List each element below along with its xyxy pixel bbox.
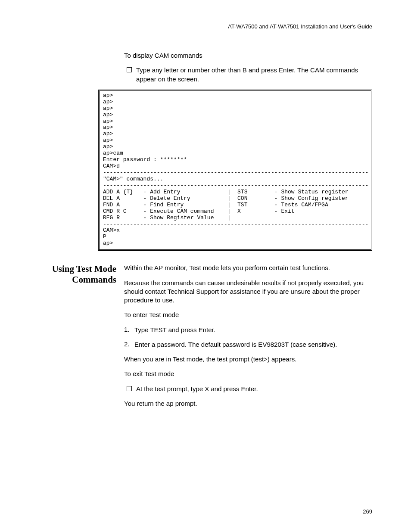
section-test-mode: Using Test Mode Commands Within the AP m… bbox=[39, 264, 372, 414]
side-body: Within the AP monitor, Test mode lets yo… bbox=[124, 264, 372, 414]
page-number: 269 bbox=[363, 508, 372, 515]
paragraph: When you are in Test mode, the test prom… bbox=[124, 355, 372, 364]
bullet-text: Type any letter or number other than B a… bbox=[136, 66, 372, 84]
step-text: Enter a password. The default password i… bbox=[134, 340, 337, 349]
running-head: AT-WA7500 and AT-WA7501 Installation and… bbox=[39, 23, 372, 30]
paragraph: Within the AP monitor, Test mode lets yo… bbox=[124, 264, 372, 272]
paragraph: Because the commands can cause undesirab… bbox=[124, 279, 372, 305]
square-bullet-icon bbox=[127, 67, 132, 72]
square-bullet-icon bbox=[127, 386, 132, 391]
paragraph: To enter Test mode bbox=[124, 311, 372, 319]
side-heading: Using Test Mode Commands bbox=[39, 264, 124, 285]
bullet-item: Type any letter or number other than B a… bbox=[124, 66, 372, 84]
numbered-step: 1. Type TEST and press Enter. bbox=[124, 326, 372, 334]
step-number: 2. bbox=[124, 340, 134, 348]
section-cam-commands: To display CAM commands Type any letter … bbox=[124, 51, 372, 84]
intro-text: To display CAM commands bbox=[124, 51, 372, 60]
terminal-output: ap> ap> ap> ap> ap> ap> ap> ap> ap> ap>c… bbox=[98, 90, 372, 251]
step-text: Type TEST and press Enter. bbox=[134, 326, 215, 334]
paragraph: To exit Test mode bbox=[124, 370, 372, 378]
page: AT-WA7500 and AT-WA7501 Installation and… bbox=[0, 0, 411, 532]
step-number: 1. bbox=[124, 326, 134, 333]
bullet-item: At the test prompt, type X and press Ent… bbox=[124, 385, 372, 393]
bullet-text: At the test prompt, type X and press Ent… bbox=[136, 385, 258, 393]
numbered-step: 2. Enter a password. The default passwor… bbox=[124, 340, 372, 349]
paragraph: You return the ap prompt. bbox=[124, 399, 372, 408]
